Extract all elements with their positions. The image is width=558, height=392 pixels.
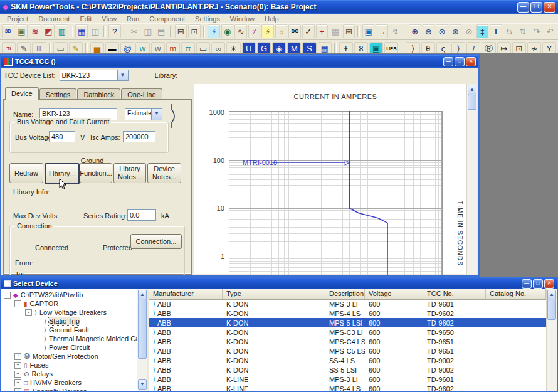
context-help-icon[interactable]: ? (108, 24, 121, 38)
tree-item-captor[interactable]: -▮CAPTOR (14, 299, 58, 308)
print-icon[interactable]: ⊟ (175, 24, 187, 38)
zoom-window-icon[interactable]: ⊙ (436, 24, 448, 38)
tree-item-relays[interactable]: +⊙Relays (14, 369, 53, 378)
tree-expander-icon[interactable]: - (25, 309, 32, 316)
menu-settings[interactable]: Settings (191, 15, 224, 23)
table-row[interactable]: ⟩ABBK-DONMPS-C4 LS600TD-9651 (149, 337, 547, 346)
plot-icon[interactable]: ◩ (43, 24, 55, 38)
waveform-icon[interactable]: ∿ (234, 24, 247, 38)
tree-item-fuses[interactable]: +▯Fuses (14, 361, 48, 369)
column-header-catalog-no[interactable]: Catalog No. (486, 289, 546, 299)
tree-expander-icon[interactable]: + (14, 371, 21, 378)
pattern-edit-icon[interactable]: ⊞ (343, 24, 355, 38)
connection-button[interactable]: Connection... (130, 234, 182, 249)
redline-icon[interactable]: → (376, 24, 388, 38)
select-minimize-button[interactable]: — (522, 279, 532, 289)
restore-button[interactable]: ❐ (530, 2, 542, 13)
tcc-maximize-button[interactable]: □ (455, 57, 465, 66)
tree-item-thermal-magnetic-molded-case[interactable]: ⟩Thermal Magnetic Molded Case (36, 334, 138, 343)
tab-one-line[interactable]: One-Line (121, 88, 162, 100)
table-row[interactable]: ⟩ABBK-LINEMPS-4 LS600TD-9602 (149, 384, 547, 391)
menu-window[interactable]: Window (226, 15, 259, 23)
tree-expander-icon[interactable]: + (14, 353, 21, 360)
menu-edit[interactable]: Edit (75, 15, 96, 23)
print-preview-icon[interactable]: ⊡ (188, 24, 201, 38)
tree-expander-icon[interactable]: + (14, 379, 21, 386)
add-study-icon[interactable]: + (316, 24, 329, 38)
tree-item-ground-fault[interactable]: ⟩Ground Fault (36, 326, 89, 334)
chevron-down-icon[interactable]: ▼ (151, 109, 162, 120)
column-header-tcc-no[interactable]: TCC No. (423, 289, 486, 299)
scroll-up-icon[interactable]: ▲ (547, 290, 556, 300)
bulb-icon[interactable]: ☼ (275, 24, 288, 38)
oneline-diagram-icon[interactable]: 3D (2, 24, 14, 38)
table-row[interactable]: ⟩ABBK-DONMPS-5 LSI600TD-9602 (149, 318, 547, 327)
table-scroll-thumb[interactable] (547, 300, 556, 320)
arcflash-icon[interactable]: ⚡ (261, 24, 274, 38)
bus-voltage-field[interactable]: 480 (49, 131, 75, 142)
main-titlebar[interactable]: ◆ SKM Power*Tools - C:\PTW32\Projects\PL… (0, 0, 558, 14)
harmonics-icon[interactable]: ≠ (248, 24, 261, 38)
device-list-combobox[interactable]: BKR-123 ▼ (60, 70, 129, 81)
curve-annotation-label[interactable]: MTRI-0018 (243, 159, 277, 166)
function-button[interactable]: Function... (80, 163, 112, 183)
tab-device[interactable]: Device (5, 87, 39, 100)
tree-scrollbar[interactable]: ▲ ▼ (137, 289, 147, 391)
run-fault-icon[interactable]: ◉ (221, 24, 234, 38)
tcc-minimize-button[interactable]: — (443, 57, 453, 66)
table-row[interactable]: ⟩ABBK-DONSS-4 LS600TD-9002 (149, 356, 547, 365)
table-row[interactable]: ⟩ABBK-LINEMPS-3 LI600TD-9601 (149, 374, 547, 384)
tcc-curve-icon[interactable]: ≋ (29, 24, 41, 38)
report-icon[interactable]: ▥ (56, 24, 68, 38)
menu-view[interactable]: View (97, 15, 121, 23)
tree-expander-icon[interactable]: + (14, 362, 21, 369)
zoom-all-icon[interactable]: ⊛ (450, 24, 462, 38)
tab-settings[interactable]: Settings (39, 88, 77, 100)
select-device-titlebar[interactable]: Select Device — □ ✕ (1, 278, 557, 289)
menu-run[interactable]: Run (122, 15, 144, 23)
column-header-type[interactable]: Type (223, 289, 325, 299)
isc-amps-field[interactable]: 200000 (123, 131, 155, 142)
table-row[interactable]: ⟩ABBK-DONSS-5 LSI600TD-9002 (149, 365, 547, 374)
datablock-icon[interactable]: ▣ (16, 24, 28, 38)
tree-item-static-trip[interactable]: ⟩Static Trip (36, 317, 80, 326)
select-maximize-button[interactable]: □ (533, 279, 543, 289)
table-row[interactable]: ⟩ABBK-DONMPS-4 LS600TD-9602 (149, 309, 547, 318)
run-loadflow-icon[interactable]: ⚡ (208, 24, 220, 38)
scroll-up-icon[interactable]: ▲ (468, 85, 476, 95)
column-header-voltage[interactable]: Voltage (365, 289, 423, 299)
tree-item-power-circuit[interactable]: ⟩Power Circuit (36, 343, 90, 352)
tcc-titlebar[interactable]: TCC4.TCC () — □ ✕ (1, 55, 478, 68)
tcc-chart[interactable]: CURRENT IN AMPERES1000100101TIME IN SECO… (194, 84, 471, 277)
text-tool-icon[interactable]: T (490, 24, 502, 38)
status-combobox[interactable]: Estimated ▼ (125, 108, 162, 120)
pan-tool-icon[interactable]: ‡ (476, 24, 489, 38)
scroll-down-icon[interactable]: ▼ (138, 379, 147, 390)
tab-datablock[interactable]: Datablock (77, 88, 120, 100)
menu-component[interactable]: Component (145, 15, 189, 23)
tree-item-specialty-devices[interactable]: +▣Specialty Devices (14, 387, 87, 391)
tree-item-low-voltage-breakers[interactable]: -⟩Low Voltage Breakers (25, 308, 107, 317)
table-scrollbar[interactable]: ▲ (546, 289, 557, 391)
chart-scroll-thumb[interactable] (468, 95, 476, 110)
minimize-button[interactable]: — (517, 2, 529, 13)
chevron-down-icon[interactable]: ▼ (117, 70, 128, 80)
tree-expander-icon[interactable]: - (4, 292, 11, 299)
tcc-close-button[interactable]: ✕ (466, 57, 476, 66)
device-notes-button[interactable]: Device Notes... (147, 163, 181, 183)
zoom-out-icon[interactable]: ⊖ (423, 24, 435, 38)
tree-item-motor-gen-protection[interactable]: +ⓂMotor/Gen Protection (14, 352, 98, 361)
zoom-in-icon[interactable]: ⊕ (409, 24, 421, 38)
menu-document[interactable]: Document (34, 15, 74, 23)
tree-scroll-thumb[interactable] (138, 300, 147, 359)
select-close-button[interactable]: ✕ (544, 279, 554, 289)
tree-expander-icon[interactable]: + (14, 388, 21, 391)
redraw-button[interactable]: Redraw (9, 163, 43, 183)
close-button[interactable]: ✕ (544, 2, 555, 13)
chart-scrollbar[interactable]: ▲ (466, 84, 477, 274)
tree-item-hv-mv-breakers[interactable]: +□HV/MV Breakers (14, 378, 82, 387)
library-notes-button[interactable]: Library Notes... (113, 163, 146, 183)
series-rating-field[interactable]: 0.0 (127, 209, 156, 221)
spreadsheet-icon[interactable]: ▦ (75, 24, 88, 38)
check-icon[interactable]: ✓ (302, 24, 315, 38)
